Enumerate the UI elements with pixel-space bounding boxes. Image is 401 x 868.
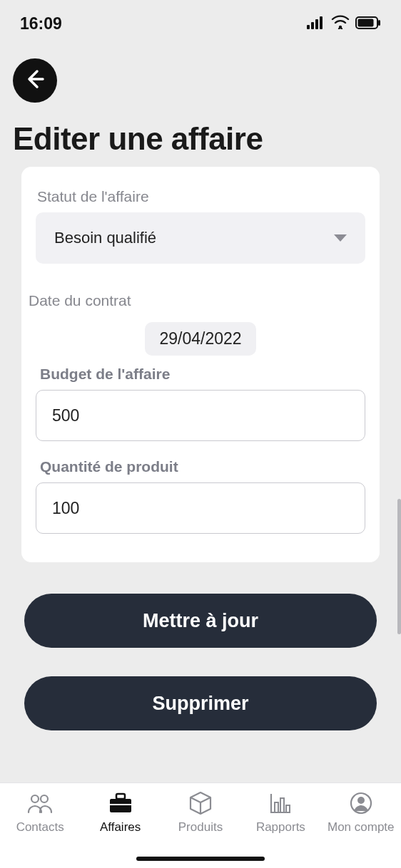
chevron-down-icon [334, 234, 347, 242]
chart-icon [269, 790, 292, 816]
tab-affaires[interactable]: Affaires [80, 790, 160, 835]
status-icons [307, 14, 381, 33]
tab-contacts[interactable]: Contacts [0, 790, 80, 835]
status-select[interactable]: Besoin qualifié [36, 212, 365, 264]
delete-button[interactable]: Supprimer [24, 676, 377, 730]
form-card: Statut de l'affaire Besoin qualifié Date… [21, 167, 380, 562]
svg-rect-0 [307, 25, 310, 29]
contacts-icon [27, 790, 53, 816]
quantity-label: Quantité de produit [40, 458, 365, 475]
svg-rect-11 [116, 794, 125, 799]
tab-mon-compte[interactable]: Mon compte [321, 790, 401, 835]
battery-icon [355, 14, 381, 33]
budget-input[interactable] [36, 390, 365, 441]
tabbar: Contacts Affaires Produits Rapports Mon … [0, 782, 401, 868]
tab-label-contacts: Contacts [16, 820, 64, 835]
wifi-icon [331, 14, 350, 33]
svg-rect-13 [275, 802, 278, 812]
account-icon [350, 790, 372, 816]
tab-label-affaires: Affaires [100, 820, 141, 835]
status-time: 16:09 [20, 14, 62, 33]
svg-rect-12 [110, 804, 131, 805]
quantity-input[interactable] [36, 482, 365, 534]
budget-label: Budget de l'affaire [40, 366, 365, 383]
date-picker[interactable]: 29/04/2022 [145, 322, 255, 356]
status-value: Besoin qualifié [54, 229, 156, 247]
svg-rect-2 [315, 19, 318, 29]
button-area: Mettre à jour Supprimer [0, 562, 401, 730]
tab-produits[interactable]: Produits [161, 790, 240, 835]
svg-rect-6 [358, 19, 374, 26]
tab-label-produits: Produits [178, 820, 223, 835]
date-value: 29/04/2022 [159, 329, 241, 348]
home-indicator [136, 857, 265, 861]
briefcase-icon [108, 790, 133, 816]
page-title: Editer une affaire [13, 121, 388, 157]
status-label: Statut de l'affaire [37, 188, 365, 205]
tab-label-rapports: Rapports [256, 820, 305, 835]
back-button[interactable] [13, 58, 57, 103]
date-label: Date du contrat [29, 292, 365, 309]
svg-rect-7 [378, 20, 380, 26]
tab-rapports[interactable]: Rapports [240, 790, 320, 835]
arrow-left-icon [24, 68, 46, 93]
box-icon [189, 790, 212, 816]
svg-rect-3 [320, 16, 323, 29]
svg-point-17 [357, 797, 365, 804]
svg-rect-10 [110, 799, 131, 812]
svg-point-8 [31, 795, 39, 802]
svg-point-4 [339, 25, 342, 28]
svg-rect-15 [286, 805, 290, 812]
svg-rect-1 [311, 22, 314, 29]
tab-label-compte: Mon compte [328, 820, 395, 835]
header: Editer une affaire [0, 40, 401, 164]
svg-rect-14 [280, 798, 284, 812]
svg-point-9 [41, 795, 48, 802]
cellular-icon [307, 14, 325, 33]
status-bar: 16:09 [0, 0, 401, 40]
scrollbar[interactable] [397, 499, 401, 634]
update-button[interactable]: Mettre à jour [24, 594, 377, 648]
